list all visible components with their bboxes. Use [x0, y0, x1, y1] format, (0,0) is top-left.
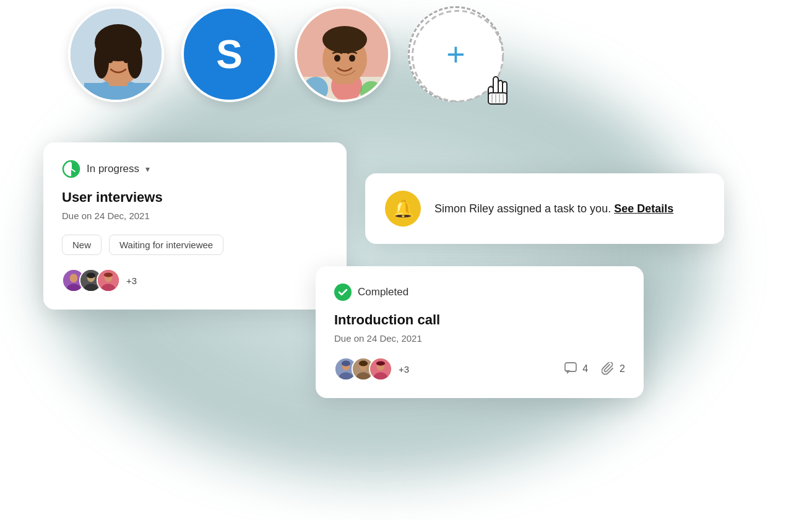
completed-status-row: Completed: [334, 284, 625, 301]
comments-count-item: 4: [564, 362, 588, 376]
completed-meta-icons: 4 2: [564, 362, 625, 376]
svg-point-19: [349, 55, 355, 62]
inprogress-chevron[interactable]: ▾: [145, 164, 150, 174]
card-completed: Completed Introduction call Due on 24 De…: [316, 266, 644, 398]
inprogress-title: User interviews: [62, 189, 328, 206]
notification-text: Simon Riley assigned a task to you. See …: [434, 201, 673, 217]
svg-rect-56: [565, 363, 576, 371]
svg-point-39: [87, 272, 95, 278]
svg-point-43: [104, 272, 113, 277]
completed-more-count: +3: [399, 364, 409, 375]
bell-icon-circle: 🔔: [385, 191, 421, 227]
avatar-woman[interactable]: [68, 6, 164, 102]
completed-due: Due on 24 Dec, 2021: [334, 333, 625, 344]
add-icon: +: [446, 38, 465, 71]
svg-point-12: [303, 77, 328, 102]
completed-status-label: Completed: [358, 286, 408, 298]
inprogress-due: Due on 24 Dec, 2021: [62, 210, 328, 221]
assignee-avatar-3: [97, 269, 120, 292]
avatar-add[interactable]: +: [408, 6, 504, 102]
svg-point-6: [94, 44, 109, 79]
card-inprogress: In progress ▾ User interviews Due on 24 …: [43, 142, 347, 310]
inprogress-tags-row: New Waiting for interviewee: [62, 235, 328, 255]
bell-icon: 🔔: [392, 199, 414, 219]
completed-icon: [334, 284, 352, 301]
svg-point-51: [359, 361, 368, 366]
avatar-s[interactable]: S: [181, 6, 277, 102]
svg-point-18: [334, 55, 340, 62]
completed-title: Introduction call: [334, 312, 625, 328]
cursor-icon: [482, 72, 513, 111]
inprogress-assignees: +3: [62, 269, 328, 292]
svg-point-9: [123, 56, 129, 63]
attachments-count: 2: [620, 363, 625, 375]
svg-point-34: [70, 274, 78, 282]
tag-waiting: Waiting for interviewee: [109, 235, 223, 255]
inprogress-more-count: +3: [126, 275, 137, 286]
svg-point-7: [127, 44, 142, 79]
inprogress-status-label: In progress: [87, 163, 139, 175]
inprogress-icon: [62, 160, 80, 178]
completed-avatar-3: [369, 357, 392, 381]
comments-count: 4: [582, 363, 588, 375]
completed-meta-row: +3 4 2: [334, 357, 625, 381]
attachments-count-item: 2: [602, 362, 625, 376]
avatar-man[interactable]: [295, 6, 391, 102]
svg-point-8: [107, 56, 113, 63]
inprogress-status-row: In progress ▾: [62, 160, 328, 178]
tag-new: New: [62, 235, 102, 255]
comments-icon: [564, 362, 578, 376]
avatars-row: S: [68, 6, 504, 102]
notification-main-text: Simon Riley assigned a task to you.: [434, 202, 611, 215]
card-notification: 🔔 Simon Riley assigned a task to you. Se…: [365, 173, 724, 244]
svg-point-47: [342, 361, 350, 366]
main-scene: S: [0, 0, 812, 520]
svg-point-55: [376, 361, 385, 365]
svg-rect-25: [488, 93, 507, 104]
avatar-s-letter: S: [216, 32, 243, 77]
completed-assignees: +3: [334, 357, 409, 381]
svg-point-17: [322, 26, 367, 53]
attachment-icon: [602, 362, 615, 376]
notification-link[interactable]: See Details: [614, 202, 673, 215]
